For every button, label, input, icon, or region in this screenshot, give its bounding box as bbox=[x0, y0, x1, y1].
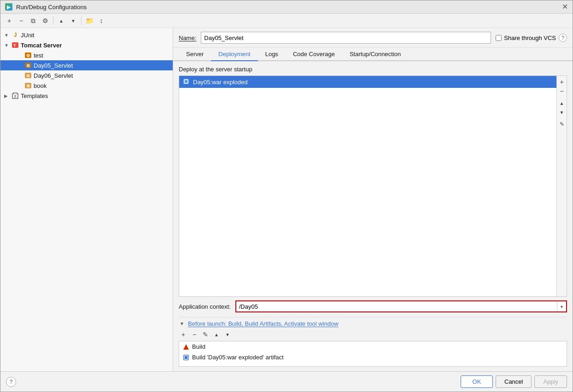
tab-startup-connection[interactable]: Startup/Connection bbox=[342, 48, 408, 61]
deployment-tab-content: Deploy at the server startup Day05:war e… bbox=[173, 61, 573, 371]
deploy-item-icon bbox=[183, 78, 190, 86]
sidebar-item-day05[interactable]: ▶ ⚙ Day05_Servlet bbox=[0, 60, 173, 70]
deploy-list: Day05:war exploded bbox=[179, 76, 556, 296]
app-context-label: Application context: bbox=[179, 303, 231, 310]
svg-text:T: T bbox=[13, 43, 16, 48]
templates-icon bbox=[12, 92, 19, 99]
bl-up-button[interactable]: ▲ bbox=[212, 330, 221, 339]
sidebar-item-templates[interactable]: ▶ Templates bbox=[0, 91, 173, 101]
remove-config-button[interactable]: − bbox=[16, 16, 26, 26]
app-context-value: /Day05 bbox=[236, 302, 557, 311]
left-panel: ▼ J JUnit ▼ T Tomcat Server ▶ bbox=[0, 28, 173, 371]
junit-icon: J bbox=[12, 31, 19, 39]
cancel-button[interactable]: Cancel bbox=[496, 375, 532, 388]
templates-expand-icon[interactable]: ▶ bbox=[4, 93, 10, 98]
apply-button[interactable]: Apply bbox=[534, 375, 567, 388]
tomcat-icon: T bbox=[12, 41, 19, 49]
title-bar-left: ▶ Run/Debug Configurations bbox=[5, 3, 87, 11]
bl-down-button[interactable]: ▼ bbox=[223, 330, 232, 339]
before-launch-label: Before launch: Build, Build Artifacts, A… bbox=[188, 320, 339, 327]
tab-deployment[interactable]: Deployment bbox=[211, 48, 257, 61]
svg-text:⚙: ⚙ bbox=[26, 74, 30, 78]
svg-text:⚙: ⚙ bbox=[26, 53, 30, 58]
day06-config-icon: ⚙ bbox=[24, 72, 32, 79]
bl-edit-button[interactable]: ✎ bbox=[201, 330, 210, 339]
tab-server[interactable]: Server bbox=[179, 48, 211, 61]
bl-remove-button[interactable]: − bbox=[190, 330, 199, 339]
sidebar-item-book[interactable]: ▶ ⚙ book bbox=[0, 81, 173, 91]
bl-build-icon bbox=[183, 344, 189, 350]
tomcat-expand-icon[interactable]: ▼ bbox=[4, 43, 10, 48]
config-toolbar: + − ⧉ ⚙ ▲ ▼ 📁 ↕ bbox=[0, 14, 573, 28]
toolbar-separator-1 bbox=[53, 17, 53, 25]
app-context-select[interactable]: /Day05 ▾ bbox=[235, 300, 567, 312]
deploy-list-wrapper: Day05:war exploded + − ▲ ▼ ✎ bbox=[179, 75, 567, 297]
deploy-item-day05war[interactable]: Day05:war exploded bbox=[179, 76, 556, 88]
close-button[interactable]: ✕ bbox=[562, 3, 568, 11]
before-launch-list: Build Build 'Day05:war exploded' artifac… bbox=[179, 341, 567, 367]
copy-config-button[interactable]: ⧉ bbox=[28, 16, 38, 26]
before-launch-toolbar: + − ✎ ▲ ▼ bbox=[179, 330, 567, 339]
move-up-button[interactable]: ▲ bbox=[56, 16, 66, 26]
main-content: ▼ J JUnit ▼ T Tomcat Server ▶ bbox=[0, 28, 573, 371]
bl-add-button[interactable]: + bbox=[179, 330, 188, 339]
deploy-item-label: Day05:war exploded bbox=[193, 79, 248, 86]
svg-text:⚙: ⚙ bbox=[26, 84, 30, 88]
share-checkbox-label[interactable]: Share through VCS bbox=[496, 35, 556, 41]
test-config-icon: ⚙ bbox=[24, 52, 32, 59]
name-row: Name: Share through VCS ? bbox=[173, 28, 573, 48]
tab-logs[interactable]: Logs bbox=[258, 48, 286, 61]
title-bar: ▶ Run/Debug Configurations ✕ bbox=[0, 0, 573, 14]
book-label: book bbox=[34, 82, 47, 89]
settings-config-button[interactable]: ⚙ bbox=[40, 16, 50, 26]
dialog-title: Run/Debug Configurations bbox=[16, 4, 87, 11]
tomcat-label: Tomcat Server bbox=[21, 42, 62, 49]
sidebar-item-day06[interactable]: ▶ ⚙ Day06_Servlet bbox=[0, 70, 173, 81]
before-launch-collapse-button[interactable]: ▼ bbox=[179, 321, 185, 327]
before-launch-section: ▼ Before launch: Build, Build Artifacts,… bbox=[179, 317, 567, 367]
tab-code-coverage[interactable]: Code Coverage bbox=[286, 48, 342, 61]
right-panel: Name: Share through VCS ? Server Deploym… bbox=[173, 28, 573, 371]
bl-item-build[interactable]: Build bbox=[179, 341, 567, 352]
bl-artifact-icon bbox=[183, 354, 189, 361]
bl-item-artifact[interactable]: Build 'Day05:war exploded' artifact bbox=[179, 352, 567, 363]
deploy-remove-button[interactable]: − bbox=[558, 87, 566, 95]
sidebar-item-test[interactable]: ▶ ⚙ test bbox=[0, 50, 173, 60]
sort-button[interactable]: ↕ bbox=[96, 16, 106, 26]
help-button-top[interactable]: ? bbox=[559, 34, 567, 42]
bl-build-label: Build bbox=[192, 343, 205, 350]
day05-label: Day05_Servlet bbox=[34, 62, 73, 69]
deploy-move-up-button[interactable]: ▲ bbox=[558, 99, 566, 107]
footer-right: OK Cancel Apply bbox=[461, 375, 567, 388]
app-context-row: Application context: /Day05 ▾ bbox=[179, 300, 567, 312]
bl-artifact-label: Build 'Day05:war exploded' artifact bbox=[192, 354, 284, 361]
svg-text:⚙: ⚙ bbox=[26, 63, 30, 68]
deploy-section-label: Deploy at the server startup bbox=[179, 66, 567, 73]
name-label: Name: bbox=[179, 35, 196, 41]
junit-expand-icon[interactable]: ▼ bbox=[4, 33, 10, 38]
folder-button[interactable]: 📁 bbox=[84, 16, 94, 26]
templates-label: Templates bbox=[21, 92, 48, 99]
deploy-edit-button[interactable]: ✎ bbox=[558, 120, 566, 128]
sidebar-item-tomcat[interactable]: ▼ T Tomcat Server bbox=[0, 40, 173, 50]
move-down-button[interactable]: ▼ bbox=[68, 16, 78, 26]
tabs-bar: Server Deployment Logs Code Coverage Sta… bbox=[173, 48, 573, 61]
before-launch-header: ▼ Before launch: Build, Build Artifacts,… bbox=[179, 320, 567, 327]
name-input[interactable] bbox=[201, 32, 491, 44]
test-label: test bbox=[34, 52, 43, 59]
book-config-icon: ⚙ bbox=[24, 82, 32, 89]
deploy-list-sidebar: + − ▲ ▼ ✎ bbox=[556, 76, 567, 296]
deploy-add-button[interactable]: + bbox=[558, 78, 566, 86]
share-checkbox[interactable] bbox=[496, 35, 502, 41]
footer-help-button[interactable]: ? bbox=[6, 377, 16, 387]
footer-left: ? bbox=[6, 377, 16, 387]
deploy-move-down-button[interactable]: ▼ bbox=[558, 108, 566, 116]
app-context-caret-icon[interactable]: ▾ bbox=[557, 301, 566, 311]
sidebar-item-junit[interactable]: ▼ J JUnit bbox=[0, 30, 173, 40]
ok-button[interactable]: OK bbox=[461, 375, 493, 388]
day06-label: Day06_Servlet bbox=[34, 72, 73, 79]
add-config-button[interactable]: + bbox=[4, 16, 14, 26]
day05-config-icon: ⚙ bbox=[24, 62, 32, 69]
toolbar-separator-2 bbox=[81, 17, 82, 25]
share-label-text: Share through VCS bbox=[504, 35, 556, 41]
